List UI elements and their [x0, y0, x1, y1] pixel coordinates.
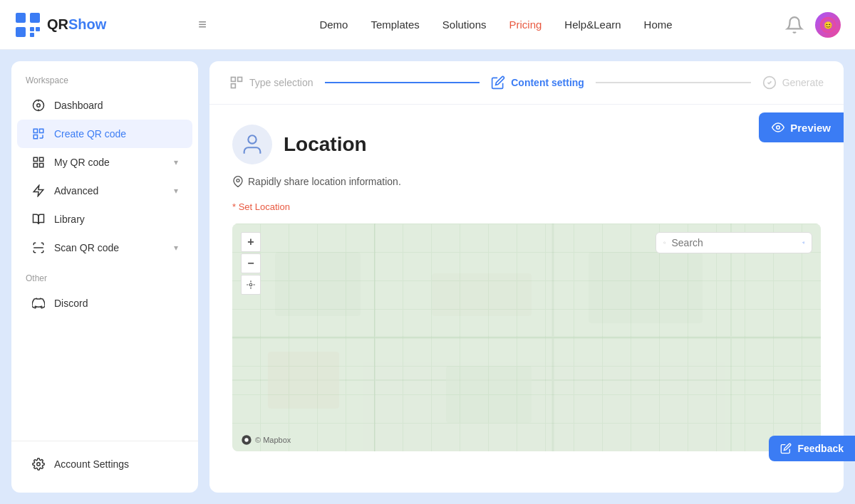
svg-point-30 — [237, 179, 239, 182]
location-content: Location Rapidly share location informat… — [209, 105, 844, 493]
svg-point-24 — [37, 463, 41, 466]
steps-bar: Type selection Content setting — [209, 61, 844, 105]
advanced-label: Advanced — [54, 185, 98, 196]
advanced-icon — [31, 184, 46, 198]
scan-qr-icon — [31, 241, 46, 255]
svg-rect-41 — [446, 366, 532, 423]
feedback-label: Feedback — [797, 443, 844, 454]
location-header: Location — [232, 125, 821, 164]
feedback-icon — [780, 443, 792, 454]
search-icon — [663, 237, 666, 248]
nav-demo[interactable]: Demo — [319, 19, 348, 31]
map-zoom-out[interactable]: − — [241, 253, 261, 273]
logo-text: QRShow — [47, 16, 106, 33]
svg-rect-39 — [589, 252, 703, 323]
account-label: Account Settings — [54, 458, 129, 470]
workspace-label: Workspace — [11, 75, 198, 91]
svg-point-52 — [244, 438, 248, 441]
sidebar-item-discord[interactable]: Discord — [17, 289, 192, 317]
main-layout: Workspace Dashboard Create QR c — [0, 50, 855, 504]
content-area: Type selection Content setting — [209, 61, 844, 493]
set-location-label: * Set Location — [232, 201, 821, 212]
nav-pricing[interactable]: Pricing — [509, 19, 542, 31]
step-generate: Generate — [762, 75, 824, 90]
svg-rect-3 — [30, 27, 34, 31]
step-content-label: Content setting — [511, 77, 584, 88]
sidebar-item-create-qr[interactable]: Create QR code — [17, 120, 192, 148]
preview-label: Preview — [790, 122, 831, 134]
location-title: Location — [284, 133, 367, 156]
step-type-label: Type selection — [249, 77, 314, 88]
svg-rect-12 — [33, 129, 37, 132]
sidebar-item-library[interactable]: Library — [17, 205, 192, 233]
logo-icon — [14, 11, 41, 38]
location-desc-text: Rapidly share location information. — [248, 176, 401, 187]
svg-rect-27 — [232, 84, 236, 88]
menu-toggle[interactable]: ≡ — [198, 16, 207, 33]
library-label: Library — [54, 214, 85, 225]
map-zoom-in[interactable]: + — [241, 232, 261, 252]
bell-icon[interactable] — [785, 16, 804, 34]
nav-home[interactable]: Home — [644, 19, 673, 31]
my-qr-chevron: ▾ — [174, 157, 178, 167]
step-type: Type selection — [229, 75, 314, 90]
sidebar-item-advanced[interactable]: Advanced ▾ — [17, 177, 192, 205]
nav-help[interactable]: Help&Learn — [564, 19, 621, 31]
scan-qr-label: Scan QR code — [54, 242, 119, 253]
step-generate-icon — [762, 75, 777, 90]
svg-point-53 — [777, 126, 780, 130]
svg-line-48 — [665, 243, 665, 244]
top-navigation: QRShow ≡ Demo Templates Solutions Pricin… — [0, 0, 855, 50]
advanced-chevron: ▾ — [174, 186, 178, 196]
feedback-button[interactable]: Feedback — [769, 436, 855, 461]
location-description: Rapidly share location information. — [232, 176, 821, 187]
mapbox-text: © Mapbox — [255, 436, 291, 444]
svg-rect-40 — [268, 352, 339, 409]
svg-point-9 — [37, 104, 41, 107]
preview-button[interactable]: Preview — [759, 112, 844, 142]
create-qr-icon — [31, 127, 46, 141]
sidebar-item-my-qr[interactable]: My QR code ▾ — [17, 148, 192, 177]
step-type-icon — [229, 75, 244, 90]
discord-label: Discord — [54, 298, 88, 309]
svg-rect-2 — [16, 27, 26, 37]
step-content-icon — [491, 75, 505, 90]
map-center[interactable] — [241, 275, 261, 295]
map-tiles — [232, 224, 821, 451]
svg-point-42 — [249, 283, 252, 286]
my-qr-label: My QR code — [54, 157, 110, 168]
svg-rect-19 — [40, 157, 43, 161]
create-qr-label: Create QR code — [54, 128, 126, 140]
location-avatar-icon — [232, 125, 272, 164]
step-line-2 — [596, 82, 751, 83]
sidebar: Workspace Dashboard Create QR c — [11, 61, 198, 493]
svg-marker-22 — [33, 186, 43, 196]
step-generate-label: Generate — [782, 77, 824, 88]
sidebar-item-dashboard[interactable]: Dashboard — [17, 91, 192, 120]
svg-rect-1 — [30, 13, 40, 23]
pin-icon — [232, 176, 244, 187]
step-line-1 — [325, 82, 480, 83]
svg-rect-18 — [33, 157, 37, 161]
nav-templates[interactable]: Templates — [370, 19, 419, 31]
svg-rect-13 — [40, 129, 43, 132]
sidebar-item-account[interactable]: Account Settings — [17, 450, 192, 478]
eye-icon — [772, 121, 784, 134]
my-qr-icon — [31, 155, 46, 169]
map-controls: + − — [241, 232, 261, 295]
nav-links: Demo Templates Solutions Pricing Help&Le… — [207, 19, 785, 31]
svg-text:😊: 😊 — [824, 20, 833, 29]
map-search-box[interactable] — [656, 232, 812, 253]
settings-icon — [31, 457, 46, 471]
sidebar-bottom: Account Settings — [11, 441, 198, 478]
mapbox-logo: © Mapbox — [241, 434, 291, 446]
mapbox-icon — [241, 434, 252, 446]
dashboard-label: Dashboard — [54, 100, 103, 111]
user-avatar[interactable]: 😊 — [815, 12, 841, 38]
sidebar-item-scan-qr[interactable]: Scan QR code ▾ — [17, 233, 192, 262]
map-area: + − — [232, 224, 821, 451]
search-input[interactable] — [672, 237, 797, 248]
nav-solutions[interactable]: Solutions — [442, 19, 487, 31]
send-icon[interactable] — [802, 237, 805, 248]
other-label: Other — [26, 273, 184, 283]
